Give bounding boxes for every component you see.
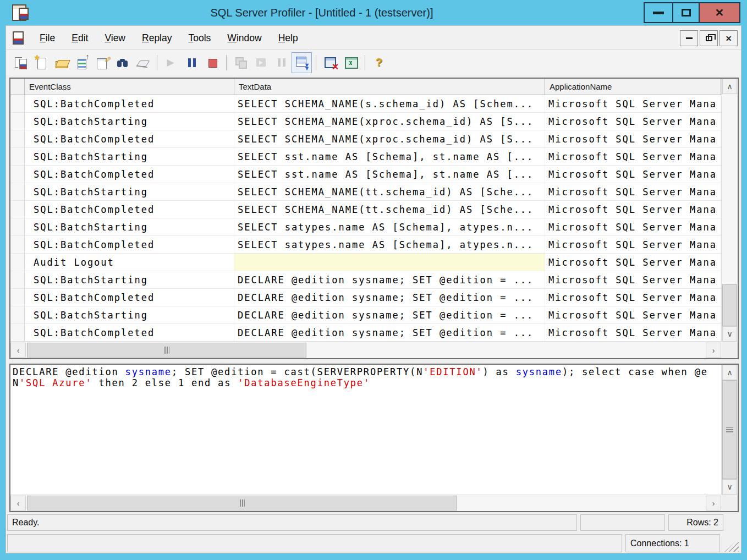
detail-vscroll-thumb[interactable]: [722, 380, 737, 479]
row-marker: [10, 148, 25, 165]
mdi-close-icon: ✕: [726, 34, 732, 43]
pane-splitter[interactable]: [9, 359, 739, 364]
new-template-button[interactable]: [31, 52, 51, 73]
row-marker: [10, 236, 25, 253]
minimize-button[interactable]: [644, 2, 673, 23]
stop-icon: [205, 56, 219, 70]
step-button[interactable]: [230, 52, 251, 73]
scroll-right-icon[interactable]: ›: [706, 343, 721, 358]
maximize-button[interactable]: [672, 2, 700, 23]
cell-eventclass: SQL:BatchCompleted: [25, 324, 234, 341]
table-row[interactable]: SQL:BatchCompletedSELECT satypes.name AS…: [10, 236, 721, 254]
scroll-down-icon[interactable]: ∨: [722, 479, 737, 495]
mdi-restore-button[interactable]: [700, 30, 718, 46]
table-row[interactable]: SQL:BatchStartingDECLARE @edition sysnam…: [10, 271, 721, 289]
cell-textdata: DECLARE @edition sysname; SET @edition =…: [234, 306, 545, 323]
table-row[interactable]: SQL:BatchCompletedDECLARE @edition sysna…: [10, 324, 721, 342]
menu-item-edit[interactable]: Edit: [63, 26, 96, 50]
row-marker: [10, 95, 25, 112]
step-icon: [234, 56, 248, 70]
cell-textdata: SELECT SCHEMA_NAME(tt.schema_id) AS [Sch…: [234, 183, 545, 200]
menu-item-tools[interactable]: Tools: [180, 26, 219, 50]
organize-button[interactable]: [320, 52, 340, 73]
status-bar: Ready. Rows: 2: [7, 514, 741, 532]
cell-eventclass: SQL:BatchCompleted: [25, 201, 234, 218]
column-header-applicationname[interactable]: ApplicationName: [545, 79, 721, 95]
eraser-button[interactable]: [133, 52, 153, 73]
table-row[interactable]: SQL:BatchStartingSELECT SCHEMA_NAME(tt.s…: [10, 183, 721, 201]
column-header-textdata[interactable]: TextData: [234, 79, 545, 95]
mdi-minimize-button[interactable]: [680, 30, 698, 46]
menu-item-view[interactable]: View: [96, 26, 134, 50]
monitor-button[interactable]: [340, 52, 361, 73]
autoscroll-button[interactable]: [292, 52, 312, 73]
play-icon: [164, 56, 179, 70]
scroll-down-icon[interactable]: ∨: [722, 326, 737, 342]
cell-applicationname: Microsoft SQL Server Mana: [545, 254, 721, 271]
grid-hscroll-thumb[interactable]: [27, 343, 306, 358]
runto-button[interactable]: [251, 52, 271, 73]
cell-applicationname: Microsoft SQL Server Mana: [545, 148, 721, 165]
column-header-eventclass[interactable]: EventClass: [25, 79, 234, 95]
scroll-up-icon[interactable]: ∧: [722, 365, 737, 380]
table-row[interactable]: SQL:BatchCompletedDECLARE @edition sysna…: [10, 289, 721, 306]
table-row[interactable]: SQL:BatchStartingDECLARE @edition sysnam…: [10, 306, 721, 324]
table-row[interactable]: SQL:BatchCompletedSELECT SCHEMA_NAME(s.s…: [10, 95, 721, 113]
table-row[interactable]: SQL:BatchCompletedSELECT SCHEMA_NAME(tt.…: [10, 201, 721, 218]
close-button[interactable]: ✕: [699, 2, 740, 23]
grid-horizontal-scrollbar[interactable]: ‹ ›: [10, 342, 721, 358]
open-file-button[interactable]: [51, 52, 72, 73]
scroll-up-icon[interactable]: ∧: [722, 79, 737, 94]
new-trace-button[interactable]: [10, 52, 31, 73]
scrollbar-corner: [721, 495, 738, 511]
row-marker: [10, 324, 25, 341]
scrollbar-corner: [721, 342, 738, 358]
minimize-icon: [653, 12, 664, 14]
cell-textdata: SELECT satypes.name AS [Schema], atypes.…: [234, 218, 545, 235]
breakpoint-button[interactable]: [271, 52, 292, 73]
cell-eventclass: Audit Logout: [25, 254, 234, 271]
table-row[interactable]: SQL:BatchStartingSELECT SCHEMA_NAME(xpro…: [10, 113, 721, 130]
scroll-left-icon[interactable]: ‹: [10, 343, 26, 358]
grid-vertical-scrollbar[interactable]: ∧ ∨: [721, 79, 738, 342]
detail-horizontal-scrollbar[interactable]: ‹ ›: [10, 495, 721, 511]
detail-vertical-scrollbar[interactable]: ∧ ∨: [721, 365, 738, 495]
row-marker: [10, 306, 25, 323]
sql-text-view[interactable]: DECLARE @edition sysname; SET @edition =…: [10, 365, 721, 495]
detail-hscroll-thumb[interactable]: [27, 496, 457, 510]
table-row[interactable]: SQL:BatchCompletedSELECT sst.name AS [Sc…: [10, 166, 721, 183]
find-button[interactable]: [112, 52, 133, 73]
help-button[interactable]: [369, 52, 389, 73]
scroll-left-icon[interactable]: ‹: [10, 496, 26, 510]
menu-item-replay[interactable]: Replay: [134, 26, 180, 50]
mdi-close-button[interactable]: ✕: [719, 30, 738, 46]
cell-applicationname: Microsoft SQL Server Mana: [545, 95, 721, 112]
menu-item-help[interactable]: Help: [270, 26, 306, 50]
cell-applicationname: Microsoft SQL Server Mana: [545, 289, 721, 306]
toolbar-separator: [316, 55, 316, 70]
status-message: Ready.: [7, 514, 577, 531]
open-table-button[interactable]: [72, 52, 92, 73]
resize-grip[interactable]: [724, 539, 739, 552]
pause-button[interactable]: [182, 52, 202, 73]
row-marker: [10, 271, 25, 288]
properties-button[interactable]: [92, 52, 112, 73]
cell-eventclass: SQL:BatchCompleted: [25, 95, 234, 112]
menu-item-file[interactable]: File: [31, 26, 63, 50]
table-row[interactable]: SQL:BatchStartingSELECT sst.name AS [Sch…: [10, 148, 721, 166]
table-row[interactable]: SQL:BatchCompletedSELECT SCHEMA_NAME(xpr…: [10, 130, 721, 148]
menu-item-window[interactable]: Window: [219, 26, 270, 50]
grid-vscroll-thumb[interactable]: [722, 284, 737, 326]
table-row[interactable]: SQL:BatchStartingSELECT satypes.name AS …: [10, 218, 721, 236]
table-row[interactable]: Audit LogoutMicrosoft SQL Server Mana: [10, 254, 721, 271]
organize-icon: [323, 56, 338, 70]
play-button[interactable]: [161, 52, 182, 73]
toolbar-separator: [157, 55, 157, 70]
cell-textdata: SELECT SCHEMA_NAME(xproc.schema_id) AS […: [234, 130, 545, 147]
textdata-detail-pane: DECLARE @edition sysname; SET @edition =…: [9, 364, 739, 512]
cell-applicationname: Microsoft SQL Server Mana: [545, 306, 721, 323]
cell-applicationname: Microsoft SQL Server Mana: [545, 113, 721, 130]
mdi-child-icon[interactable]: [13, 31, 24, 45]
scroll-right-icon[interactable]: ›: [706, 496, 721, 510]
stop-button[interactable]: [202, 52, 222, 73]
